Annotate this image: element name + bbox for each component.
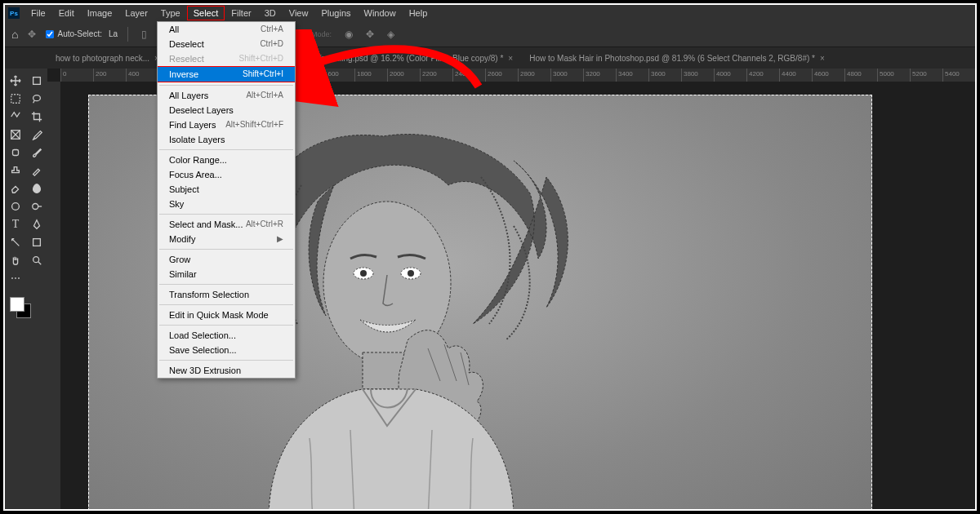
menu-shortcut: Alt+Ctrl+R (246, 219, 283, 229)
healing-tool-icon[interactable] (5, 144, 26, 162)
eraser-tool-icon[interactable] (5, 179, 26, 197)
menu-item-similar[interactable]: Similar (158, 267, 295, 281)
menu-shortcut: Ctrl+A (261, 24, 283, 34)
marquee-tool-icon[interactable] (5, 90, 26, 108)
menu-item-save-selection[interactable]: Save Selection... (158, 343, 295, 357)
menu-separator (159, 284, 293, 285)
menu-item-label: All (169, 24, 179, 34)
stamp-tool-icon[interactable] (5, 162, 26, 179)
menu-item-focus-area[interactable]: Focus Area... (158, 167, 295, 182)
brush-tool-icon[interactable] (26, 144, 47, 162)
artboard-tool-icon[interactable] (26, 72, 47, 90)
menu-item-find-layers[interactable]: Find LayersAlt+Shift+Ctrl+F (158, 117, 295, 132)
document-tab-bar: how to photograph neck...×beautiful-drea… (5, 47, 975, 69)
move-tool-indicator-icon: ✥ (24, 29, 39, 40)
ruler-mark: 2800 (518, 69, 550, 82)
ruler-mark: 2400 (452, 69, 485, 82)
menu-item-label: Isolate Layers (169, 135, 225, 144)
svg-line-12 (38, 262, 42, 265)
history-brush-icon[interactable] (26, 162, 47, 179)
zoom-tool-icon[interactable] (26, 251, 47, 269)
menu-item-deselect[interactable]: DeselectCtrl+D (158, 37, 295, 51)
document-tab[interactable]: how to photograph neck...× (47, 49, 167, 68)
menu-type[interactable]: Type (154, 6, 187, 20)
auto-select-label: Auto-Select: (57, 29, 101, 38)
3d-icon[interactable]: ✥ (363, 29, 377, 40)
gradient-tool-icon[interactable] (26, 179, 47, 197)
crop-tool-icon[interactable] (26, 108, 47, 126)
dodge-tool-icon[interactable] (26, 197, 47, 215)
tab-title: how to photograph neck... (56, 54, 149, 63)
menu-item-isolate-layers[interactable]: Isolate Layers (158, 132, 295, 147)
menu-item-new-3d-extrusion[interactable]: New 3D Extrusion (158, 363, 295, 378)
ruler-mark: 2600 (485, 69, 518, 82)
menu-view[interactable]: View (283, 6, 315, 20)
auto-select-checkbox[interactable]: Auto-Select: (46, 29, 101, 38)
close-tab-icon[interactable]: × (508, 54, 513, 63)
auto-select-input[interactable] (46, 30, 54, 38)
menu-3d[interactable]: 3D (258, 6, 283, 20)
menu-item-label: Deselect (169, 39, 204, 49)
menu-item-deselect-layers[interactable]: Deselect Layers (158, 103, 295, 117)
ruler-mark: 4000 (714, 69, 746, 82)
menu-item-color-range[interactable]: Color Range... (158, 153, 295, 167)
ruler-mark: 5400 (942, 69, 975, 82)
selection-tool-icon[interactable] (5, 108, 26, 126)
menu-item-all-layers[interactable]: All LayersAlt+Ctrl+A (158, 88, 295, 103)
type-tool-icon[interactable]: T (5, 215, 26, 233)
ruler-mark: 4400 (779, 69, 812, 82)
menu-select[interactable]: Select (187, 6, 225, 20)
menu-shortcut: Shift+Ctrl+I (243, 69, 283, 79)
align-left-icon[interactable]: ▯ (138, 29, 150, 40)
svg-rect-10 (33, 239, 41, 246)
menu-window[interactable]: Window (358, 6, 403, 20)
menu-edit[interactable]: Edit (52, 6, 81, 20)
menu-separator (159, 85, 293, 86)
more-tools-icon[interactable]: ⋯ (5, 269, 26, 287)
hand-tool-icon[interactable] (5, 251, 26, 269)
3d-icon[interactable]: ◉ (341, 29, 356, 40)
menu-item-sky[interactable]: Sky (158, 197, 295, 211)
lasso-tool-icon[interactable] (26, 90, 47, 108)
svg-rect-1 (11, 95, 20, 104)
ruler-mark: 1800 (354, 69, 387, 82)
home-icon[interactable]: ⌂ (11, 28, 18, 41)
menu-item-label: Modify (169, 234, 195, 244)
pen-tool-icon[interactable] (26, 215, 47, 233)
menu-item-subject[interactable]: Subject (158, 182, 295, 197)
close-tab-icon[interactable]: × (820, 54, 825, 63)
eyedropper-tool-icon[interactable] (26, 126, 47, 144)
shape-tool-icon[interactable] (26, 233, 47, 251)
ruler-mark: 3600 (648, 69, 681, 82)
menu-item-select-and-mask[interactable]: Select and Mask...Alt+Ctrl+R (158, 217, 295, 232)
menu-separator (159, 249, 293, 250)
menu-file[interactable]: File (24, 6, 52, 20)
document-tab[interactable]: How to Mask Hair in Photoshop.psd @ 81.9… (521, 49, 833, 68)
3d-icon[interactable]: ◈ (384, 29, 398, 40)
menu-item-transform-selection[interactable]: Transform Selection (158, 287, 295, 302)
menu-item-all[interactable]: AllCtrl+A (158, 22, 295, 37)
menu-item-inverse[interactable]: InverseShift+Ctrl+I (158, 66, 295, 82)
menu-plugins[interactable]: Plugins (314, 6, 357, 20)
color-swatches[interactable] (10, 297, 34, 321)
menu-item-load-selection[interactable]: Load Selection... (158, 328, 295, 343)
menu-item-grow[interactable]: Grow (158, 252, 295, 267)
ruler-mark: 400 (126, 69, 158, 82)
blur-tool-icon[interactable] (5, 197, 26, 215)
path-tool-icon[interactable] (5, 233, 26, 251)
layer-dropdown-label[interactable]: La (109, 29, 118, 38)
foreground-color-swatch[interactable] (10, 297, 24, 312)
photoshop-window: Ps FileEditImageLayerTypeSelectFilter3DV… (3, 3, 977, 511)
menu-separator (159, 360, 293, 361)
menu-help[interactable]: Help (403, 6, 434, 20)
menu-filter[interactable]: Filter (225, 6, 257, 20)
menu-item-modify[interactable]: Modify▶ (158, 232, 295, 246)
menu-layer[interactable]: Layer (118, 6, 154, 20)
menu-image[interactable]: Image (81, 6, 119, 20)
svg-rect-0 (33, 78, 41, 85)
menu-item-edit-in-quick-mask-mode[interactable]: Edit in Quick Mask Mode (158, 308, 295, 322)
vertical-ruler (47, 82, 60, 509)
menu-item-label: Select and Mask... (169, 219, 243, 229)
frame-tool-icon[interactable] (5, 126, 26, 144)
move-tool-icon[interactable] (5, 72, 26, 90)
